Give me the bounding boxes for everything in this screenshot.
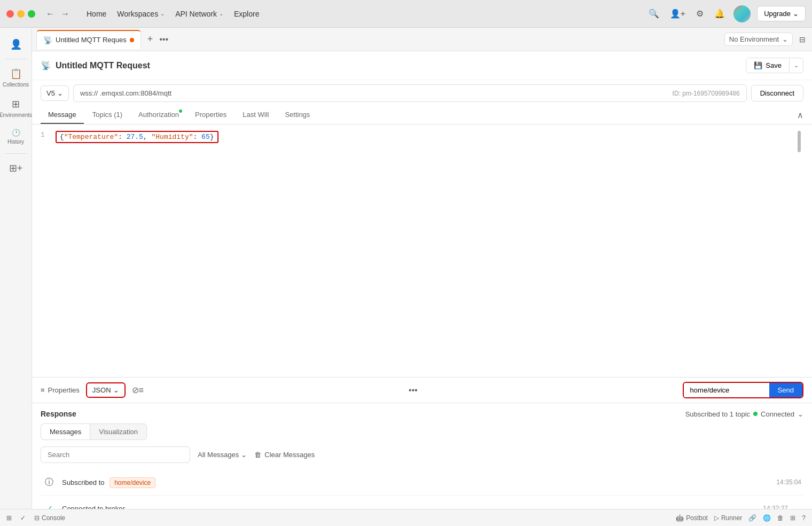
mqtt-tab-icon: 📡 [43,36,52,44]
tab-messages[interactable]: Messages [41,423,90,440]
environment-selector[interactable]: No Environment ⌄ [724,33,793,46]
settings-button[interactable]: ⚙ [694,6,706,21]
sidebar-icons: 👤 📋 Collections ⊞ Environments 🕐 History… [0,28,32,526]
runner-button[interactable]: ▷ Runner [714,514,742,522]
format-selector[interactable]: JSON ⌄ [86,382,126,398]
response-section: Response Subscribed to 1 topic Connected… [32,403,812,526]
tab-visualization[interactable]: Visualization [90,423,147,440]
tab-bar: 📡 Untitled MQTT Reques + ••• No Environm… [32,28,812,51]
properties-button[interactable]: ≡ Properties [41,386,80,394]
grid-icon-button[interactable]: ⊞ [790,514,795,522]
save-chevron-button[interactable]: ⌄ [789,59,803,72]
status-check-item[interactable]: ✓ [20,514,26,522]
scrollbar[interactable] [795,131,803,371]
tab-modified-dot [130,38,134,42]
status-bar: ⊞ ✓ ⊟ Console 🤖 Postbot ▷ Runner 🔗 🌐 🗑 ⊞… [0,509,812,526]
status-layout-button[interactable]: ⊞ [6,514,12,522]
send-button[interactable]: Send [769,383,802,397]
line-numbers: 1 [41,131,49,371]
tab-right: No Environment ⌄ ⊟ [724,33,808,46]
status-chevron-icon: ⌄ [798,410,803,418]
check-status-icon: ✓ [20,514,26,522]
divider-1 [5,59,27,59]
account-icon: 👤 [10,38,22,50]
runner-icon: ▷ [714,514,719,522]
sidebar-item-collections[interactable]: 📋 Collections [2,64,30,92]
tab-topics[interactable]: Topics (1) [85,106,130,124]
nav-explore[interactable]: Explore [230,7,263,20]
save-button[interactable]: 💾 Save [746,58,789,73]
postbot-label: Postbot [686,514,708,522]
forward-button[interactable]: → [59,8,72,20]
format-button[interactable]: ⊘≡ [132,385,144,395]
minimize-button[interactable] [17,10,25,18]
postbot-button[interactable]: 🤖 Postbot [676,514,708,522]
upgrade-button[interactable]: Upgrade ⌄ [757,6,806,21]
help-icon-button[interactable]: ? [802,514,806,522]
api-network-chevron-icon: ⌄ [219,11,223,17]
main-area: 📡 Untitled MQTT Reques + ••• No Environm… [32,28,812,526]
layout-icon: ⊞ [6,514,12,522]
history-icon: 🕐 [12,129,20,137]
code-editor[interactable]: 1 {"Temperature": 27.5, "Humidity": 65} [32,124,812,378]
url-bar: V5 ⌄ wss:// .emqxsl.com:8084/mqtt ID: pm… [32,80,812,106]
toolbar-more-button[interactable]: ••• [409,386,418,395]
delete-icon-button[interactable]: 🗑 [777,514,784,522]
connection-status[interactable]: Subscribed to 1 topic Connected ⌄ [685,410,803,418]
console-icon: ⊟ [34,514,40,522]
nav-home[interactable]: Home [82,7,111,20]
add-tab-button[interactable]: + [143,32,158,47]
save-button-group: 💾 Save ⌄ [746,58,803,73]
globe-icon-button[interactable]: 🌐 [763,514,771,522]
tabs-collapse-button[interactable]: ∧ [797,110,803,120]
url-input-field[interactable]: wss:// .emqxsl.com:8084/mqtt ID: pm-1695… [73,84,747,102]
nav-workspaces[interactable]: Workspaces ⌄ [113,7,169,20]
tab-message[interactable]: Message [41,106,84,124]
avatar[interactable] [733,5,751,22]
disconnect-button[interactable]: Disconnect [751,85,803,101]
new-collection-icon: ⊞+ [9,162,23,174]
nav-arrows: ← → [44,8,72,20]
nav-api-network[interactable]: API Network ⌄ [171,7,228,20]
subscribed-text: Subscribed to 1 topic [685,410,750,418]
console-button[interactable]: ⊟ Console [34,514,65,522]
search-button[interactable]: 🔍 [646,6,661,21]
tab-properties[interactable]: Properties [188,106,234,124]
link-icon-button[interactable]: 🔗 [748,514,756,522]
bottom-toolbar: ≡ Properties JSON ⌄ ⊘≡ ••• Send [32,378,812,403]
topic-input[interactable] [684,383,769,397]
format-label: JSON [92,386,111,394]
divider-2 [5,153,27,154]
clear-messages-label: Clear Messages [264,451,315,459]
properties-icon: ≡ [41,386,45,394]
scrollbar-thumb [798,131,801,152]
request-header: 📡 Untitled MQTT Request 💾 Save ⌄ [32,51,812,80]
close-button[interactable] [6,10,14,18]
search-input[interactable] [41,446,190,463]
filter-dropdown[interactable]: All Messages ⌄ [196,449,249,461]
protocol-selector[interactable]: V5 ⌄ [41,85,69,101]
back-button[interactable]: ← [44,8,57,20]
add-collaborator-button[interactable]: 👤+ [668,6,688,21]
maximize-button[interactable] [28,10,35,18]
topic-input-group: Send [683,382,803,398]
tab-settings[interactable]: Settings [277,106,317,124]
tab-authorization[interactable]: Authorization [131,106,186,124]
tab-more-button[interactable]: ••• [159,35,168,44]
runner-label: Runner [721,514,742,522]
code-line-1: {"Temperature": 27.5, "Humidity": 65} [56,131,795,143]
sidebar-item-history[interactable]: 🕐 History [2,124,30,149]
sidebar-item-new[interactable]: ⊞+ [2,158,30,178]
sidebar-collections-label: Collections [3,82,29,88]
panel-toggle-button[interactable]: ⊟ [797,33,808,46]
sidebar-item-account[interactable]: 👤 [2,34,30,54]
sidebar-item-environments[interactable]: ⊞ Environments [2,94,30,122]
code-content[interactable]: {"Temperature": 27.5, "Humidity": 65} [56,131,795,371]
topic-tag[interactable]: home/device [110,477,155,488]
tab-last-will[interactable]: Last Will [235,106,276,124]
notifications-button[interactable]: 🔔 [712,6,727,21]
mqtt-tab[interactable]: 📡 Untitled MQTT Reques [36,30,141,49]
clear-messages-button[interactable]: 🗑 Clear Messages [254,451,315,459]
url-text: wss:// .emqxsl.com:8084/mqtt [80,89,171,97]
request-title: 📡 Untitled MQTT Request [41,60,150,70]
